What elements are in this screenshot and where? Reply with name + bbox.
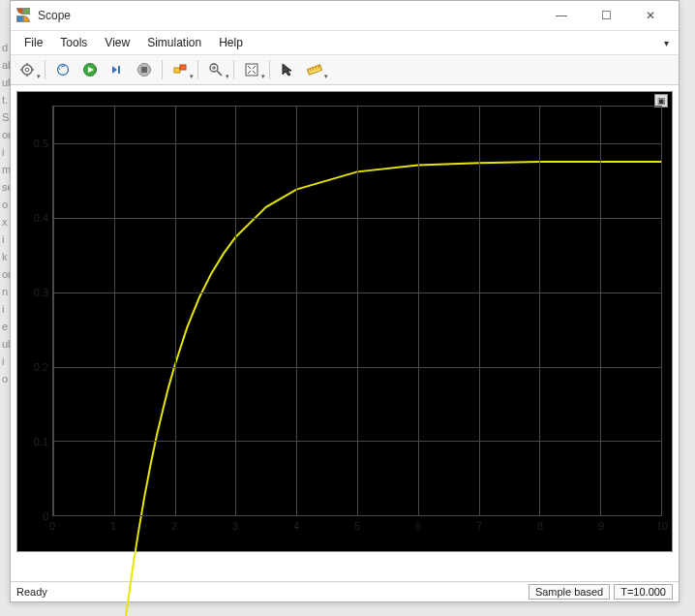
- step-back-button[interactable]: [50, 57, 76, 82]
- x-tick-label: 2: [171, 520, 177, 532]
- menu-overflow-icon[interactable]: ▾: [664, 38, 673, 48]
- minimize-button[interactable]: —: [539, 1, 584, 30]
- separator: [45, 60, 45, 79]
- gear-icon: [19, 62, 35, 77]
- y-tick-label: 0: [43, 510, 48, 522]
- step-forward-icon: [109, 62, 125, 77]
- cursor-button[interactable]: [275, 57, 300, 82]
- svg-point-0: [22, 65, 32, 75]
- x-tick-label: 0: [49, 520, 55, 532]
- x-tick-label: 4: [293, 520, 299, 532]
- zoom-icon: [208, 62, 224, 77]
- measurements-button[interactable]: ▾: [302, 57, 327, 82]
- autoscale-button[interactable]: ▾: [239, 57, 264, 82]
- close-button[interactable]: ✕: [628, 1, 673, 30]
- svg-point-1: [25, 68, 29, 72]
- ruler-icon: [307, 62, 322, 77]
- titlebar[interactable]: Scope — ☐ ✕: [11, 1, 679, 31]
- menu-file[interactable]: File: [16, 34, 50, 51]
- x-tick-label: 10: [656, 520, 668, 532]
- play-icon: [82, 62, 98, 77]
- x-tick-label: 1: [110, 520, 116, 532]
- svg-line-16: [217, 71, 222, 76]
- plot-frame: ▣ 01234567891000.10.20.30.40.5: [16, 91, 673, 552]
- svg-marker-9: [112, 66, 117, 74]
- stop-icon: [136, 62, 152, 77]
- svg-rect-14: [180, 65, 186, 70]
- y-tick-label: 0.1: [34, 436, 48, 447]
- separator: [197, 60, 198, 79]
- step-forward-button[interactable]: [105, 57, 130, 82]
- x-tick-label: 6: [415, 520, 421, 532]
- x-tick-label: 3: [232, 520, 238, 532]
- svg-rect-13: [174, 68, 180, 73]
- autoscale-icon: [244, 62, 259, 77]
- toolbar: ▾ ▾ ▾: [11, 55, 679, 85]
- y-tick-label: 0.4: [34, 212, 48, 224]
- settings-button[interactable]: ▾: [15, 57, 40, 82]
- x-tick-label: 9: [598, 520, 604, 532]
- window-title: Scope: [38, 9, 539, 22]
- highlight-button[interactable]: ▾: [167, 57, 193, 82]
- x-tick-label: 7: [476, 520, 482, 532]
- scope-window: Scope — ☐ ✕ File Tools View Simulation H…: [10, 0, 680, 602]
- run-button[interactable]: [77, 57, 103, 82]
- zoom-button[interactable]: ▾: [203, 57, 228, 82]
- highlight-icon: [172, 62, 188, 77]
- svg-rect-19: [246, 64, 257, 76]
- chart-area[interactable]: ▣ 01234567891000.10.20.30.40.5: [11, 85, 679, 581]
- y-tick-label: 0.3: [34, 287, 48, 298]
- separator: [233, 60, 234, 79]
- menu-tools[interactable]: Tools: [52, 34, 95, 51]
- matlab-icon: [16, 8, 32, 23]
- menu-help[interactable]: Help: [211, 34, 251, 51]
- menu-simulation[interactable]: Simulation: [139, 34, 209, 51]
- step-back-icon: [55, 62, 71, 77]
- separator: [162, 60, 163, 79]
- y-tick-label: 0.2: [34, 361, 48, 373]
- menu-view[interactable]: View: [97, 34, 137, 51]
- stop-button[interactable]: [132, 57, 157, 82]
- separator: [269, 60, 270, 79]
- menubar: File Tools View Simulation Help ▾: [11, 31, 679, 55]
- x-tick-label: 5: [354, 520, 360, 532]
- cursor-icon: [280, 62, 295, 77]
- svg-rect-10: [118, 66, 120, 74]
- x-tick-label: 8: [537, 520, 543, 532]
- y-tick-label: 0.5: [34, 138, 48, 149]
- maximize-button[interactable]: ☐: [584, 1, 628, 30]
- svg-rect-20: [307, 65, 321, 75]
- svg-rect-12: [141, 67, 147, 73]
